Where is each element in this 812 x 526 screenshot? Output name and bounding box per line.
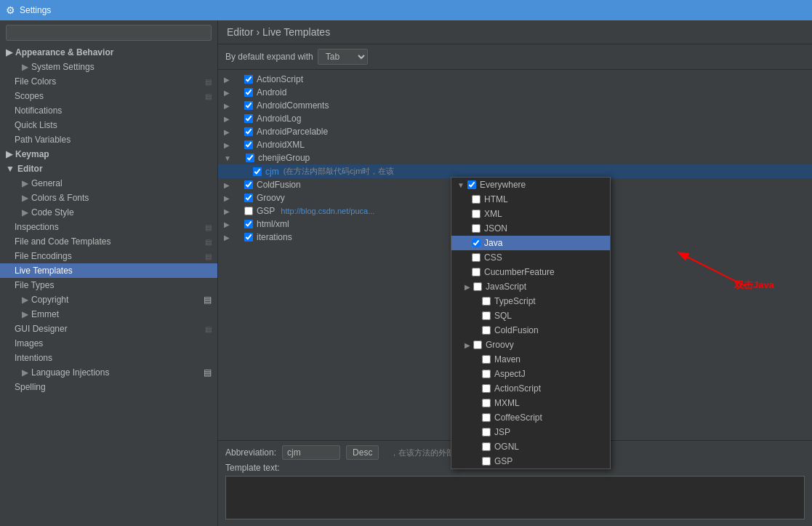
dropdown-item-mxml[interactable]: MXML: [451, 396, 610, 410]
template-group-chenjie[interactable]: ▼ chenjieGroup: [218, 151, 812, 164]
description-button[interactable]: Desc: [346, 445, 379, 460]
dropdown-item-coffeescript[interactable]: CoffeeScript: [451, 410, 610, 425]
dropdown-item-groovy[interactable]: ▶ Groovy: [451, 338, 610, 352]
sidebar-item-intentions[interactable]: Intentions: [0, 351, 217, 365]
checkbox-mxml[interactable]: [482, 399, 491, 407]
dropdown-item-json[interactable]: JSON: [451, 221, 610, 236]
sidebar-item-gui-designer[interactable]: GUI Designer ▤: [0, 322, 217, 336]
template-group-android-parcelable[interactable]: ▶ AndroidParcelable: [218, 125, 812, 138]
sidebar-item-general[interactable]: ▶ General: [0, 176, 217, 191]
group-checkbox-android-xml[interactable]: [244, 140, 253, 149]
group-checkbox-html-xml[interactable]: [244, 220, 253, 228]
group-checkbox-coldfusion[interactable]: [244, 180, 253, 189]
sidebar-item-colors-fonts[interactable]: ▶ Colors & Fonts: [0, 191, 217, 205]
sidebar-item-file-colors[interactable]: File Colors ▤: [0, 74, 217, 89]
sidebar-item-images[interactable]: Images: [0, 336, 217, 351]
sidebar-item-label: GUI Designer: [15, 324, 68, 334]
sidebar-item-inspections[interactable]: Inspections ▤: [0, 220, 217, 234]
group-checkbox-chenjie[interactable]: [246, 154, 254, 162]
checkbox-gsp-dd[interactable]: [482, 457, 491, 466]
sidebar-item-system-settings[interactable]: ▶ System Settings: [0, 60, 217, 74]
dropdown-item-css[interactable]: CSS: [451, 250, 610, 265]
checkbox-json[interactable]: [472, 224, 481, 233]
dropdown-item-jsp[interactable]: JSP: [451, 425, 610, 439]
sidebar-item-file-encodings[interactable]: File Encodings ▤: [0, 249, 217, 263]
sidebar-item-file-types[interactable]: File Types: [0, 278, 217, 292]
checkbox-sql[interactable]: [482, 311, 491, 320]
group-checkbox-android-comments[interactable]: [244, 101, 253, 110]
checkbox-typescript[interactable]: [482, 297, 491, 306]
sidebar-item-notifications[interactable]: Notifications: [0, 103, 217, 118]
checkbox-actionscript-dd[interactable]: [482, 384, 491, 393]
checkbox-cucumber[interactable]: [472, 268, 481, 276]
template-group-android-comments[interactable]: ▶ AndroidComments: [218, 99, 812, 112]
checkbox-xml[interactable]: [472, 210, 481, 218]
group-checkbox-iterations[interactable]: [244, 233, 253, 242]
checkbox-java[interactable]: [472, 239, 481, 247]
sidebar-item-appearance-behavior[interactable]: ▶ Appearance & Behavior: [0, 45, 217, 60]
group-checkbox-android-log[interactable]: [244, 114, 253, 123]
search-input[interactable]: [6, 25, 212, 41]
sidebar-item-quick-lists[interactable]: Quick Lists: [0, 118, 217, 132]
checkbox-maven[interactable]: [482, 355, 491, 364]
sidebar-item-label: System Settings: [31, 62, 95, 72]
sidebar-item-live-templates[interactable]: Live Templates: [0, 263, 217, 278]
group-checkbox-groovy[interactable]: [244, 194, 253, 202]
dropdown-item-ognl[interactable]: OGNL: [451, 439, 610, 454]
checkbox-groovy-dd[interactable]: [473, 340, 482, 349]
expand-arrow: ▶: [6, 149, 12, 159]
template-group-android[interactable]: ▶ Android: [218, 86, 812, 99]
sidebar-item-scopes[interactable]: Scopes ▤: [0, 89, 217, 103]
sidebar-item-label: Scopes: [15, 91, 44, 101]
template-group-android-log[interactable]: ▶ AndroidLog: [218, 112, 812, 125]
template-group-actionscript[interactable]: ▶ ActionScript: [218, 73, 812, 86]
checkbox-css[interactable]: [472, 253, 481, 262]
checkbox-javascript[interactable]: [473, 282, 482, 291]
dropdown-item-aspectj[interactable]: AspectJ: [451, 367, 610, 381]
expand-arrow-down: ▼: [224, 154, 231, 162]
checkbox-coldfusion-dd[interactable]: [482, 326, 491, 335]
dropdown-item-sql[interactable]: SQL: [451, 308, 610, 323]
dropdown-item-javascript[interactable]: ▶ JavaScript: [451, 279, 610, 294]
group-checkbox-android-parcelable[interactable]: [244, 127, 253, 136]
sidebar-item-copyright[interactable]: ▶ Copyright ▤: [0, 292, 217, 307]
group-checkbox-actionscript[interactable]: [244, 75, 253, 84]
dropdown-item-everywhere[interactable]: ▼ Everywhere: [451, 178, 610, 192]
checkbox-coffeescript[interactable]: [482, 413, 491, 422]
sidebar-item-language-injections[interactable]: ▶ Language Injections ▤: [0, 365, 217, 380]
checkbox-jsp[interactable]: [482, 428, 491, 437]
dropdown-item-gsp-dd[interactable]: GSP: [451, 454, 610, 469]
dropdown-item-typescript[interactable]: TypeScript: [451, 294, 610, 308]
checkbox-html[interactable]: [472, 195, 481, 204]
item-checkbox-cjm[interactable]: [253, 167, 262, 176]
expand-with-select[interactable]: Tab Enter Space: [318, 49, 368, 65]
group-checkbox-android[interactable]: [244, 88, 253, 97]
dropdown-item-xml[interactable]: XML: [451, 207, 610, 221]
breadcrumb-text: Editor › Live Templates: [227, 26, 330, 38]
sidebar-item-editor[interactable]: ▼ Editor: [0, 162, 217, 176]
checkbox-aspectj[interactable]: [482, 370, 491, 378]
dropdown-item-cucumber[interactable]: CucumberFeature: [451, 265, 610, 279]
sidebar-item-file-code-templates[interactable]: File and Code Templates ▤: [0, 234, 217, 249]
expand-arrow-down: ▼: [457, 181, 465, 189]
checkbox-ognl[interactable]: [482, 442, 491, 451]
item-label: CucumberFeature: [484, 267, 555, 277]
dropdown-item-java[interactable]: Java: [451, 236, 610, 250]
checkbox-everywhere[interactable]: [467, 180, 476, 189]
group-checkbox-gsp[interactable]: [244, 207, 253, 215]
abbreviation-input[interactable]: [282, 445, 340, 460]
sidebar-item-emmet[interactable]: ▶ Emmet: [0, 307, 217, 322]
template-group-android-xml[interactable]: ▶ AndroidXML: [218, 138, 812, 151]
sidebar-item-code-style[interactable]: ▶ Code Style: [0, 205, 217, 220]
sidebar-item-spelling[interactable]: Spelling: [0, 380, 217, 394]
copy-icon: ▤: [205, 325, 212, 333]
item-label: JSP: [494, 427, 510, 437]
dropdown-item-coldfusion[interactable]: ColdFusion: [451, 323, 610, 338]
template-text-area[interactable]: [225, 476, 805, 519]
sidebar-item-keymap[interactable]: ▶ Keymap: [0, 147, 217, 162]
dropdown-item-html[interactable]: HTML: [451, 192, 610, 207]
sidebar-item-path-variables[interactable]: Path Variables: [0, 132, 217, 147]
copy-icon: ▤: [205, 223, 212, 231]
dropdown-item-actionscript-dd[interactable]: ActionScript: [451, 381, 610, 396]
dropdown-item-maven[interactable]: Maven: [451, 352, 610, 367]
